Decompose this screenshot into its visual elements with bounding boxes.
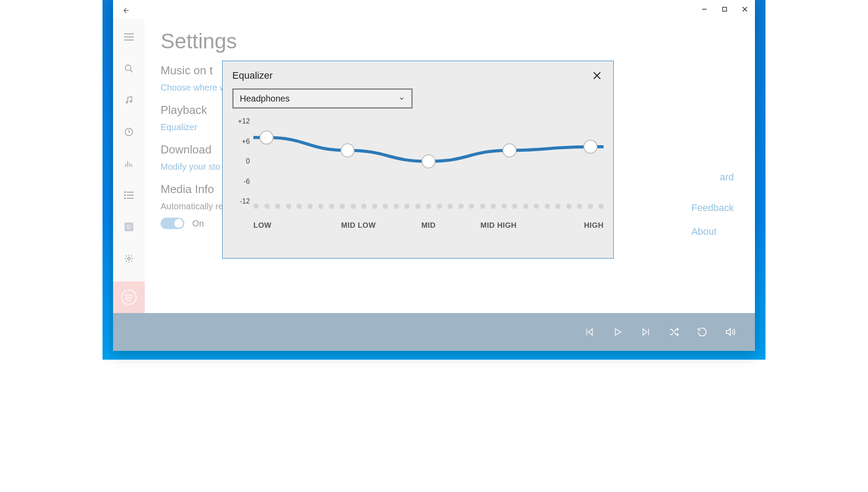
previous-button[interactable] — [582, 324, 597, 340]
eq-y-axis: +12 +6 0 -6 -12 — [232, 117, 250, 205]
chevron-down-icon — [398, 95, 405, 102]
media-info-toggle-label: On — [192, 219, 204, 229]
eq-handle[interactable] — [341, 144, 354, 157]
equalizer-modal: Equalizer Headphones +12 +6 0 -6 -12 — [222, 61, 614, 259]
y-tick: 0 — [232, 157, 250, 165]
svg-marker-26 — [615, 329, 621, 335]
y-tick: -12 — [232, 197, 250, 205]
shuffle-button[interactable] — [666, 324, 682, 340]
y-tick: -6 — [232, 178, 250, 186]
modal-title: Equalizer — [232, 70, 273, 81]
close-button[interactable] — [735, 0, 755, 18]
about-link[interactable]: About — [691, 226, 734, 237]
recent-icon[interactable] — [119, 122, 139, 142]
preset-dropdown-value: Headphones — [240, 94, 289, 104]
band-label: LOW — [253, 221, 323, 230]
y-tick: +6 — [232, 138, 250, 146]
eq-handle[interactable] — [584, 140, 597, 153]
volume-button[interactable] — [722, 324, 738, 340]
page-title: Settings — [161, 29, 737, 53]
band-label: MID — [393, 221, 463, 230]
eq-tick-dots — [253, 204, 604, 209]
repeat-button[interactable] — [694, 324, 710, 340]
eq-handle[interactable] — [260, 131, 273, 144]
svg-point-7 — [126, 102, 128, 103]
eq-handle[interactable] — [503, 144, 516, 157]
next-button[interactable] — [638, 324, 654, 340]
svg-marker-24 — [588, 329, 592, 335]
svg-point-18 — [125, 195, 125, 196]
svg-line-6 — [130, 70, 133, 73]
svg-point-5 — [125, 65, 131, 71]
feedback-link[interactable]: Feedback — [691, 202, 734, 214]
band-label: HIGH — [534, 221, 604, 230]
modal-close-button[interactable] — [590, 69, 604, 82]
app-window: Settings Music on t Choose where w Playb… — [113, 0, 755, 351]
playbar — [113, 313, 755, 351]
titlebar — [113, 0, 755, 18]
svg-marker-27 — [643, 329, 647, 335]
svg-point-17 — [125, 192, 125, 193]
play-button[interactable] — [610, 324, 626, 340]
minimize-button[interactable] — [694, 0, 714, 18]
hamburger-icon[interactable] — [119, 27, 139, 47]
svg-point-8 — [130, 101, 132, 102]
preset-dropdown[interactable]: Headphones — [232, 88, 413, 109]
back-button[interactable] — [119, 4, 133, 18]
music-icon[interactable] — [119, 91, 139, 110]
eq-plot-area[interactable] — [253, 117, 604, 205]
eq-chart: +12 +6 0 -6 -12 — [232, 117, 604, 205]
spotify-tile[interactable] — [113, 281, 145, 313]
now-playing-icon[interactable] — [119, 154, 139, 173]
svg-rect-1 — [723, 7, 727, 11]
band-label: MID LOW — [323, 221, 393, 230]
svg-point-22 — [128, 257, 130, 260]
y-tick: +12 — [232, 117, 250, 125]
media-info-toggle[interactable] — [161, 218, 184, 229]
eq-handle[interactable] — [422, 155, 435, 168]
album-art-icon[interactable] — [119, 217, 139, 237]
eq-band-labels: LOW MID LOW MID MID HIGH HIGH — [232, 221, 604, 230]
right-links: ard Feedback About — [691, 202, 734, 237]
settings-icon[interactable] — [119, 249, 139, 268]
sidebar — [113, 18, 145, 313]
search-icon[interactable] — [119, 59, 139, 78]
band-label: MID HIGH — [464, 221, 534, 230]
playlists-icon[interactable] — [119, 186, 139, 205]
svg-point-21 — [126, 224, 132, 230]
downloads-hint-text: ard — [720, 171, 734, 183]
maximize-button[interactable] — [714, 0, 735, 18]
desktop-background: Settings Music on t Choose where w Playb… — [103, 0, 765, 360]
svg-point-19 — [125, 198, 125, 199]
svg-marker-29 — [726, 328, 730, 335]
